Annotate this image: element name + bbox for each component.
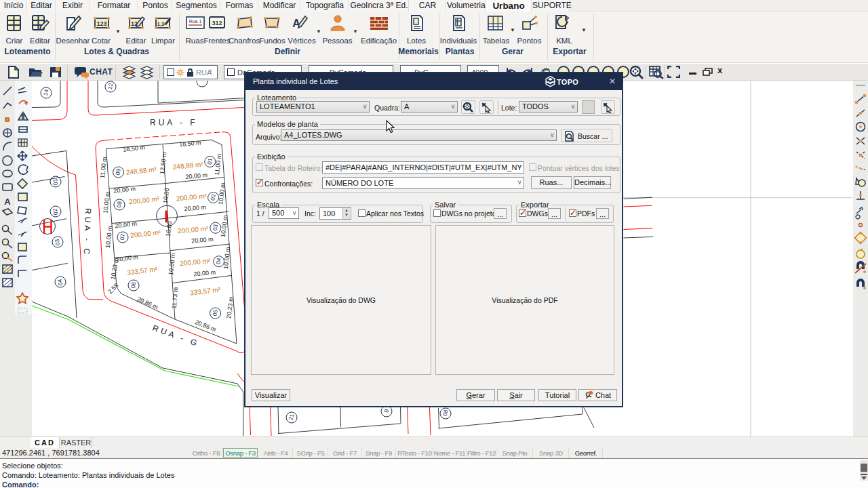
svg-text:01: 01 bbox=[206, 157, 214, 165]
svg-text:123: 123 bbox=[96, 20, 106, 27]
svg-text:04: 04 bbox=[56, 279, 64, 286]
svg-text:1,3: 1,3 bbox=[157, 21, 165, 27]
svg-text:03: 03 bbox=[212, 224, 220, 231]
svg-text:09: 09 bbox=[114, 168, 122, 176]
svg-text:A: A bbox=[4, 197, 11, 207]
svg-text:04: 04 bbox=[214, 257, 222, 264]
svg-text:RUA - C: RUA - C bbox=[81, 208, 93, 257]
svg-text:03: 03 bbox=[54, 239, 62, 246]
svg-text:312: 312 bbox=[212, 20, 222, 26]
svg-text:02: 02 bbox=[209, 193, 217, 201]
svg-text:RUA - F: RUA - F bbox=[150, 118, 198, 127]
svg-text:07: 07 bbox=[119, 233, 127, 241]
svg-text:Rua 1: Rua 1 bbox=[189, 19, 202, 24]
svg-text:08: 08 bbox=[115, 201, 123, 208]
svg-text:02: 02 bbox=[52, 208, 60, 216]
svg-text:01: 01 bbox=[52, 178, 60, 186]
svg-text:06: 06 bbox=[130, 281, 138, 289]
svg-text:05: 05 bbox=[211, 309, 219, 317]
